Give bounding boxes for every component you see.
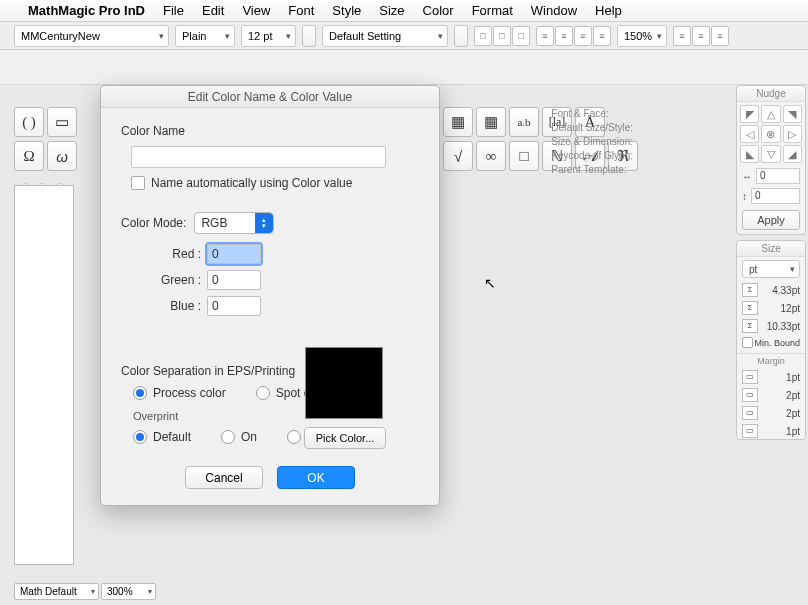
red-label: Red : [131,247,201,261]
tb-icon[interactable]: □ [512,26,530,46]
tb-icon[interactable]: ≡ [536,26,554,46]
nudge-h-field[interactable]: 0 [756,168,800,184]
dialog-title: Edit Color Name & Color Value [101,86,439,108]
process-color-radio[interactable] [133,386,147,400]
tb-icon[interactable]: ≡ [673,26,691,46]
overprint-default-radio[interactable] [133,430,147,444]
size-val2: 12pt [781,303,800,314]
cancel-button[interactable]: Cancel [185,466,263,489]
nudge-v-field[interactable]: 0 [751,188,800,204]
color-name-field[interactable] [131,146,386,168]
toolbar-icons-1: □ □ □ [474,26,530,46]
minbound-label: Min. Bound [754,338,800,348]
info-size: Default Size/Style: [551,121,633,135]
info-parent: Parent Template: [551,163,633,177]
status-zoom-select[interactable]: 300% [101,583,156,600]
menu-edit[interactable]: Edit [202,3,224,18]
tb-icon[interactable]: □ [493,26,511,46]
nudge-n[interactable]: △ [761,105,780,123]
menu-file[interactable]: File [163,3,184,18]
info-labels: Font & Face: Default Size/Style: Size & … [551,107,633,177]
nudge-w[interactable]: ◁ [740,125,759,143]
overprint-on-radio[interactable] [221,430,235,444]
font-select[interactable]: MMCenturyNew [14,25,169,47]
menu-help[interactable]: Help [595,3,622,18]
tmpl-omega-cap[interactable]: Ω [14,141,44,171]
nudge-s[interactable]: ▽ [761,145,780,163]
nudge-sw[interactable]: ◣ [740,145,759,163]
style-select[interactable]: Plain [175,25,235,47]
nudge-panel: Nudge ◤ △ ◥ ◁ ⊗ ▷ ◣ ▽ ◢ ↔0 ↕0 Apply [736,85,806,235]
overprint-off-radio[interactable] [287,430,301,444]
tmpl-box[interactable]: □ [509,141,539,171]
red-field[interactable]: 0 [207,244,261,264]
menu-format[interactable]: Format [472,3,513,18]
margin-header: Margin [737,353,805,368]
varrow-icon: ↕ [742,191,747,202]
tmpl-vec[interactable]: √ [443,141,473,171]
color-name-header: Color Name [121,124,419,138]
blue-label: Blue : [131,299,201,313]
tb-icon[interactable]: ≡ [711,26,729,46]
cursor-icon: ↖ [484,275,496,291]
menu-size[interactable]: Size [379,3,404,18]
tb-icon[interactable]: ≡ [555,26,573,46]
tb-icon[interactable]: ≡ [593,26,611,46]
nudge-se[interactable]: ◢ [783,145,802,163]
nudge-title: Nudge [737,86,805,102]
tb-icon[interactable]: ≡ [574,26,592,46]
setting-select[interactable]: Default Setting [322,25,448,47]
info-dim: Size & Dimension: [551,135,633,149]
menubar: MathMagic Pro InD File Edit View Font St… [0,0,808,22]
info-font: Font & Face: [551,107,633,121]
blue-field[interactable]: 0 [207,296,261,316]
minbound-checkbox[interactable] [742,337,753,348]
size-select[interactable]: 12 pt [241,25,296,47]
setting-stepper[interactable] [454,25,468,47]
color-mode-select[interactable]: RGB [194,212,274,234]
overprint-default-label: Default [153,430,191,444]
equation-canvas[interactable] [14,185,74,565]
tmpl-omega[interactable]: ω [47,141,77,171]
tmpl-ab[interactable]: a.b [509,107,539,137]
tmpl-infty[interactable]: ∞ [476,141,506,171]
nudge-apply-button[interactable]: Apply [742,210,800,230]
status-style-select[interactable]: Math Default [14,583,99,600]
menu-style[interactable]: Style [332,3,361,18]
menu-window[interactable]: Window [531,3,577,18]
size-val1: 4.33pt [772,285,800,296]
harrow-icon: ↔ [742,171,752,182]
margin-icon: ▭ [742,370,758,384]
nudge-center[interactable]: ⊗ [761,125,780,143]
green-field[interactable]: 0 [207,270,261,290]
tmpl-paren[interactable]: ( ) [14,107,44,137]
zoom-select[interactable]: 150% [617,25,667,47]
color-mode-label: Color Mode: [121,216,186,230]
nudge-ne[interactable]: ◥ [783,105,802,123]
tmpl-grid[interactable]: ▦ [443,107,473,137]
tmpl-grid2[interactable]: ▦ [476,107,506,137]
pick-color-button[interactable]: Pick Color... [304,427,386,449]
size-val3: 10.33pt [767,321,800,332]
menu-color[interactable]: Color [423,3,454,18]
size-stepper[interactable] [302,25,316,47]
tb-icon[interactable]: ≡ [692,26,710,46]
margin-icon: ▭ [742,388,758,402]
app-menu[interactable]: MathMagic Pro InD [28,3,145,18]
margin-icon: ▭ [742,424,758,438]
menu-view[interactable]: View [242,3,270,18]
nudge-nw[interactable]: ◤ [740,105,759,123]
green-label: Green : [131,273,201,287]
tmpl-frac[interactable]: ▭ [47,107,77,137]
margin-val2: 2pt [786,390,800,401]
ok-button[interactable]: OK [277,466,355,489]
menu-font[interactable]: Font [288,3,314,18]
tb-icon[interactable]: □ [474,26,492,46]
auto-name-checkbox[interactable] [131,176,145,190]
size-unit-select[interactable]: pt [742,260,800,278]
color-swatch [305,347,383,419]
nudge-e[interactable]: ▷ [783,125,802,143]
spot-color-radio[interactable] [256,386,270,400]
info-keycode: Keycode of Glyph: [551,149,633,163]
margin-val3: 2pt [786,408,800,419]
